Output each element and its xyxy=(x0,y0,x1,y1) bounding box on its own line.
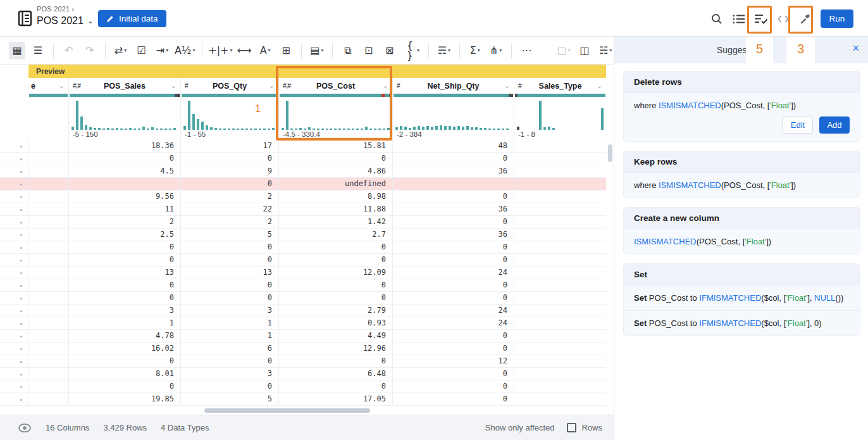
table-cell[interactable]: undefined xyxy=(278,178,392,190)
table-cell[interactable] xyxy=(514,305,606,317)
table-cell[interactable]: 9 xyxy=(180,165,278,177)
column-header[interactable]: #POS_Qty⌄ xyxy=(181,78,278,94)
function-link[interactable]: NULL xyxy=(814,293,835,303)
recipe-list-icon[interactable] xyxy=(731,11,747,27)
rows-checkbox[interactable] xyxy=(567,423,576,432)
table-cell[interactable]: 0 xyxy=(278,279,392,291)
table-cell[interactable]: 0 xyxy=(392,380,514,393)
table-cell[interactable] xyxy=(28,165,68,177)
suggestion-item[interactable]: where ISMISMATCHED(POS_Cost, ['Float']) xyxy=(624,172,860,198)
table-cell[interactable] xyxy=(514,203,606,215)
table-cell[interactable]: 24 xyxy=(392,267,514,279)
table-row[interactable]: 131312.0924 xyxy=(0,267,606,279)
suggestion-item[interactable]: ISMISMATCHED(POS_Cost, ['Float']) xyxy=(624,229,860,254)
value-histogram[interactable] xyxy=(393,98,514,130)
table-cell[interactable]: 22 xyxy=(180,203,278,215)
table-cell[interactable] xyxy=(514,216,606,228)
table-cell[interactable] xyxy=(68,178,180,190)
table-cell[interactable]: 6 xyxy=(180,343,278,355)
table-cell[interactable] xyxy=(514,165,606,177)
table-cell[interactable]: 8.01 xyxy=(68,368,180,380)
table-cell[interactable]: 0.93 xyxy=(278,317,392,329)
table-row[interactable]: 0000 xyxy=(0,292,606,305)
move-column-icon[interactable]: ⇥▾ xyxy=(154,42,171,60)
quality-bar[interactable] xyxy=(181,94,278,98)
table-cell[interactable]: 36 xyxy=(392,229,514,241)
table-row[interactable]: 0undefined xyxy=(0,178,606,191)
table-cell[interactable] xyxy=(28,140,68,152)
table-cell[interactable]: 2 xyxy=(68,216,180,228)
filter-rows-icon[interactable]: ☴▾ xyxy=(436,42,452,60)
table-row[interactable]: 112211.8836 xyxy=(0,203,606,216)
change-type-icon[interactable]: ⇄▾ xyxy=(113,42,129,60)
table-cell[interactable] xyxy=(28,305,68,317)
chevron-down-icon[interactable]: ⌄ xyxy=(87,16,94,25)
table-cell[interactable]: 17.05 xyxy=(278,393,392,405)
eyedropper-icon[interactable] xyxy=(797,11,814,27)
vertical-scrollbar[interactable] xyxy=(608,144,612,162)
table-cell[interactable]: 5 xyxy=(180,229,278,241)
table-cell[interactable] xyxy=(514,343,606,355)
table-cell[interactable]: 1 xyxy=(180,330,278,342)
table-cell[interactable]: 9.56 xyxy=(68,191,180,203)
json-functions-icon[interactable]: { }▾ xyxy=(402,42,421,60)
table-cell[interactable]: 0 xyxy=(392,292,514,304)
column-header[interactable]: #Sales_Type⌄ xyxy=(514,78,606,94)
pivot-table-icon[interactable]: ⊠ xyxy=(381,42,398,60)
table-cell[interactable]: 0 xyxy=(68,241,180,253)
table-cell[interactable] xyxy=(28,229,68,241)
table-cell[interactable]: 0 xyxy=(392,393,514,405)
table-cell[interactable] xyxy=(514,191,606,203)
function-link[interactable]: IFMISMATCHED xyxy=(699,318,761,328)
table-cell[interactable]: 4.5 xyxy=(68,165,180,177)
table-cell[interactable]: 8.98 xyxy=(278,191,392,203)
table-cell[interactable] xyxy=(514,140,606,152)
table-cell[interactable]: 0 xyxy=(392,330,514,342)
table-cell[interactable]: 18.36 xyxy=(68,140,180,152)
table-cell[interactable]: 19.85 xyxy=(68,393,180,405)
table-cell[interactable] xyxy=(514,292,606,304)
table-cell[interactable] xyxy=(28,203,68,215)
redo-icon[interactable]: ↷ xyxy=(82,42,98,60)
table-cell[interactable] xyxy=(514,380,606,393)
search-icon[interactable] xyxy=(709,11,725,27)
chevron-down-icon[interactable]: ⌄ xyxy=(597,82,602,90)
table-cell[interactable]: 0 xyxy=(278,292,392,304)
table-cell[interactable]: 11.88 xyxy=(278,203,392,215)
validate-values-icon[interactable]: ☑ xyxy=(133,42,150,60)
table-cell[interactable]: 0 xyxy=(180,153,278,165)
split-column-icon[interactable]: +|+▾ xyxy=(209,42,232,60)
data-lookup-icon[interactable]: ◫ xyxy=(576,42,593,60)
unpivot-table-icon[interactable]: ⊡ xyxy=(361,42,377,60)
table-cell[interactable]: 3 xyxy=(68,305,180,317)
more-options-icon[interactable]: ⋯ xyxy=(518,42,535,60)
view-settings-icon[interactable]: ☵▾ xyxy=(597,42,614,60)
table-row[interactable]: 0000 xyxy=(0,241,606,254)
function-link[interactable]: ISMISMATCHED xyxy=(634,237,697,246)
table-cell[interactable]: 2 xyxy=(180,191,278,203)
run-button[interactable]: Run xyxy=(821,9,853,28)
table-cell[interactable]: 2.79 xyxy=(278,305,392,317)
table-cell[interactable]: 0 xyxy=(180,279,278,291)
table-cell[interactable]: 1 xyxy=(180,317,278,329)
table-row[interactable]: 2.552.736 xyxy=(0,229,606,241)
table-cell[interactable] xyxy=(28,368,68,380)
table-cell[interactable]: 4.86 xyxy=(278,165,392,177)
table-cell[interactable]: 3 xyxy=(180,368,278,380)
close-icon[interactable]: × xyxy=(852,42,859,54)
table-cell[interactable]: 24 xyxy=(392,317,514,329)
suggestion-item[interactable]: where ISMISMATCHED(POS_Cost, ['Float'])E… xyxy=(624,92,860,141)
table-row[interactable]: 8.0136.480 xyxy=(0,368,606,380)
table-cell[interactable]: 0 xyxy=(278,355,392,367)
column-header[interactable]: #Net_Ship_Qty⌄ xyxy=(393,78,514,94)
suggestion-item[interactable]: Set POS_Cost to IFMISMATCHED($col, ['Flo… xyxy=(624,285,860,310)
table-cell[interactable] xyxy=(514,368,606,380)
table-cell[interactable]: 17 xyxy=(180,140,278,152)
table-cell[interactable]: 4.49 xyxy=(278,330,392,342)
table-cell[interactable]: 11 xyxy=(68,203,180,215)
table-cell[interactable]: 0 xyxy=(392,368,514,380)
table-cell[interactable] xyxy=(28,216,68,228)
fill-values-icon[interactable]: ⊞ xyxy=(278,42,294,60)
table-cell[interactable] xyxy=(28,279,68,291)
table-row[interactable]: 0000 xyxy=(0,254,606,267)
